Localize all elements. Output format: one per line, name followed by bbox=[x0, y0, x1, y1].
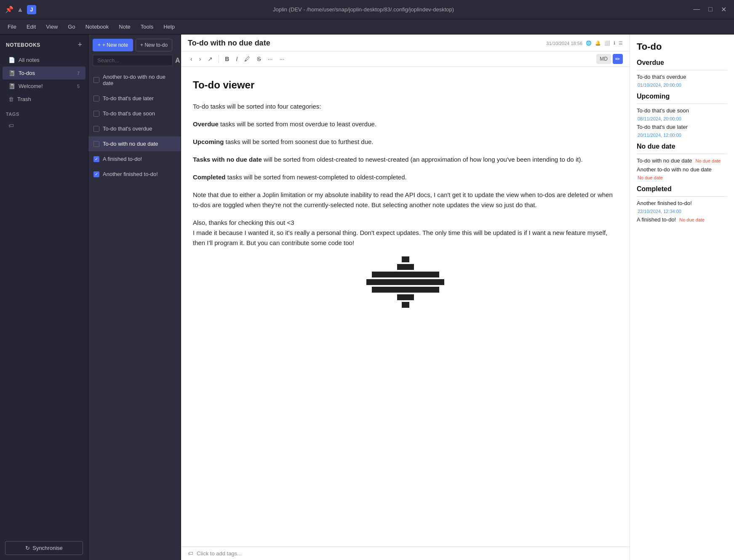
markdown-toggle[interactable]: MD bbox=[596, 54, 611, 64]
menu-note[interactable]: Note bbox=[115, 22, 134, 32]
todo-item-another-finished: Another finished to-do! 22/10/2024, 12:3… bbox=[637, 200, 727, 214]
checkbox-another-no-due[interactable] bbox=[93, 77, 99, 83]
more-button-2[interactable]: ··· bbox=[277, 54, 287, 64]
more-button-1[interactable]: ··· bbox=[265, 54, 275, 64]
todo-another-finished-label: Another finished to-do! bbox=[637, 200, 692, 206]
todo-due-soon-date: 08/11/2024, 20:00:00 bbox=[638, 116, 681, 121]
forward-button[interactable]: › bbox=[197, 54, 204, 64]
trash-label: Trash bbox=[17, 96, 31, 102]
new-todo-label: + New to-do bbox=[140, 42, 168, 48]
barcode-image bbox=[193, 256, 618, 308]
editor-footer[interactable]: 🏷 Click to add tags... bbox=[181, 547, 630, 560]
editor-header: To-do with no due date 31/10/2024 18:56 … bbox=[181, 35, 630, 51]
layout-icon: ⬜ bbox=[604, 40, 610, 46]
editor-toolbar: ‹ › ↗ B I 🖊 S ··· ··· MD ✏ bbox=[181, 51, 630, 67]
italic-button[interactable]: I bbox=[233, 54, 240, 64]
strikethrough-button[interactable]: S bbox=[254, 54, 263, 64]
content-overdue: Overdue tasks will be sorted from most o… bbox=[193, 119, 618, 129]
note-item-another-no-due[interactable]: Another to-do with no due date bbox=[88, 69, 181, 91]
new-todo-button[interactable]: + New to-do bbox=[136, 39, 172, 51]
external-link-button[interactable]: ↗ bbox=[205, 54, 215, 64]
tag-icon: 🏷 bbox=[8, 123, 14, 129]
barcode-row-3 bbox=[372, 272, 439, 277]
note-item-overdue[interactable]: To-do that's overdue bbox=[88, 121, 181, 136]
menu-help[interactable]: Help bbox=[159, 22, 179, 32]
checkbox-no-due[interactable] bbox=[93, 141, 99, 147]
barcode-row-7 bbox=[402, 302, 409, 308]
back-button[interactable]: ‹ bbox=[188, 54, 195, 64]
tag-footer-icon: 🏷 bbox=[188, 550, 193, 557]
barcode-row-6 bbox=[397, 294, 414, 300]
note-item-another-finished[interactable]: ✓ Another finished to-do! bbox=[88, 167, 181, 182]
checkbox-due-soon[interactable] bbox=[93, 111, 99, 117]
highlight-button[interactable]: 🖊 bbox=[242, 54, 253, 64]
checkbox-overdue[interactable] bbox=[93, 126, 99, 132]
notebooks-heading: NOTEBOOKS bbox=[6, 42, 40, 48]
todo-item-due-soon: To-do that's due soon 08/11/2024, 20:00:… bbox=[637, 107, 727, 121]
divider-overdue bbox=[637, 70, 727, 70]
todos-count: 7 bbox=[77, 71, 80, 76]
todo-section-nodue: No due date bbox=[637, 143, 727, 150]
sync-button[interactable]: ↻ Synchronise bbox=[5, 541, 83, 555]
search-input[interactable] bbox=[93, 55, 173, 66]
editor-title: To-do with no due date bbox=[188, 39, 270, 48]
menu-edit[interactable]: Edit bbox=[22, 22, 40, 32]
note-item-due-soon[interactable]: To-do that's due soon bbox=[88, 106, 181, 121]
menu-file[interactable]: File bbox=[3, 22, 21, 32]
edit-toggle[interactable]: ✏ bbox=[613, 54, 623, 64]
note-label: Another finished to-do! bbox=[103, 171, 158, 177]
welcome-count: 5 bbox=[77, 84, 80, 89]
menu-view[interactable]: View bbox=[42, 22, 62, 32]
up-icon: ▲ bbox=[17, 6, 24, 13]
note-label: Another to-do with no due date bbox=[103, 74, 176, 86]
tags-placeholder[interactable]: Click to add tags... bbox=[197, 550, 242, 557]
todo-item-a-finished: A finished to-do! No due date bbox=[637, 216, 727, 223]
divider-completed bbox=[637, 196, 727, 197]
all-notes-label: All notes bbox=[19, 57, 40, 63]
content-thanks: Also, thanks for checking this out <3I m… bbox=[193, 218, 618, 248]
sidebar-item-all-notes[interactable]: 📄 All notes bbox=[3, 53, 85, 67]
editor-date: 31/10/2024 18:56 bbox=[546, 41, 582, 46]
notes-icon: 📄 bbox=[8, 57, 15, 63]
todo-overdue-date: 01/10/2024, 20:00:00 bbox=[638, 83, 681, 88]
barcode-row-2 bbox=[397, 264, 414, 270]
checkbox-finished[interactable]: ✓ bbox=[93, 156, 99, 162]
todos-label: To-dos bbox=[19, 70, 35, 76]
menu-notebook[interactable]: Notebook bbox=[81, 22, 113, 32]
minimize-button[interactable]: — bbox=[691, 5, 702, 14]
content-nodue: Tasks with no due date will be sorted fr… bbox=[193, 155, 618, 165]
bold-button[interactable]: B bbox=[222, 54, 232, 64]
tags-heading: TAGS bbox=[6, 112, 19, 117]
notebook-icon-2: 📓 bbox=[8, 83, 15, 89]
maximize-button[interactable]: □ bbox=[706, 5, 715, 14]
menu-tools[interactable]: Tools bbox=[136, 22, 157, 32]
close-button[interactable]: ✕ bbox=[718, 5, 729, 14]
note-item-finished[interactable]: ✓ A finished to-do! bbox=[88, 152, 181, 167]
todo-overdue-label: To-do that's overdue bbox=[637, 74, 686, 80]
note-item-due-later[interactable]: To-do that's due later bbox=[88, 91, 181, 106]
add-notebook-button[interactable]: + bbox=[77, 40, 82, 49]
todo-another-no-due-date: No due date bbox=[638, 175, 663, 180]
sidebar-item-todos[interactable]: 📓 To-dos 7 bbox=[3, 67, 85, 80]
note-list-search: A ↓ bbox=[88, 55, 181, 69]
checkbox-due-later[interactable] bbox=[93, 96, 99, 101]
sidebar-footer: ↻ Synchronise bbox=[0, 536, 88, 560]
checkbox-another-finished[interactable]: ✓ bbox=[93, 171, 99, 177]
content-completed: Completed tasks will be sorted from newe… bbox=[193, 172, 618, 182]
new-note-button[interactable]: + + New note bbox=[93, 39, 133, 51]
todo-no-due-label: To-do with no due date bbox=[637, 157, 692, 164]
sidebar-item-tags[interactable]: 🏷 bbox=[3, 119, 85, 132]
note-label: A finished to-do! bbox=[103, 156, 142, 162]
sidebar-item-welcome[interactable]: 📓 Welcome! 5 bbox=[3, 80, 85, 93]
todo-another-no-due-label: Another to-do with no due date bbox=[637, 166, 712, 173]
sort-alpha-icon[interactable]: A bbox=[175, 57, 180, 64]
todo-item-due-later: To-do that's due later 20/11/2024, 12:00… bbox=[637, 124, 727, 138]
note-item-no-due[interactable]: To-do with no due date bbox=[88, 136, 181, 152]
todo-no-due-date: No due date bbox=[696, 158, 721, 163]
sidebar-item-trash[interactable]: 🗑 Trash bbox=[3, 93, 85, 106]
menu-go[interactable]: Go bbox=[64, 22, 79, 32]
trash-icon: 🗑 bbox=[8, 96, 14, 102]
app-icon: J bbox=[27, 5, 36, 14]
sync-icon: ↻ bbox=[25, 545, 30, 551]
todo-a-finished-label: A finished to-do! bbox=[637, 216, 676, 223]
